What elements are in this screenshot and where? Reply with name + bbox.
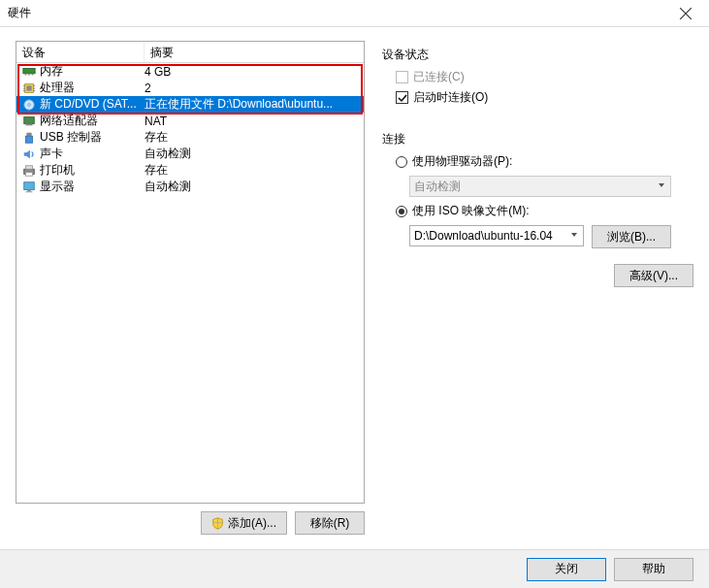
add-button[interactable]: 添加(A)... <box>201 511 287 535</box>
close-icon <box>679 7 693 20</box>
iso-label: 使用 ISO 映像文件(M): <box>412 203 530 219</box>
footer: 关闭 帮助 <box>0 549 709 588</box>
device-name: 新 CD/DVD (SAT... <box>38 96 145 113</box>
titlebar: 硬件 <box>0 0 709 27</box>
device-name: 声卡 <box>38 146 145 162</box>
connect-at-power-checkbox <box>396 91 408 104</box>
device-summary: 正在使用文件 D:\Download\ubuntu... <box>145 96 360 113</box>
sound-icon <box>20 147 38 161</box>
header-summary[interactable]: 摘要 <box>145 42 364 62</box>
table-row[interactable]: USB 控制器存在 <box>16 129 364 146</box>
table-row[interactable]: 新 CD/DVD (SAT...正在使用文件 D:\Download\ubunt… <box>16 96 364 113</box>
table-row[interactable]: 打印机存在 <box>16 162 364 179</box>
right-panel: 设备状态 已连接(C) 启动时连接(O) 连接 使用物理驱动器(P): 自动检测… <box>382 41 693 543</box>
table-body: 内存4 GB处理器2新 CD/DVD (SAT...正在使用文件 D:\Down… <box>16 63 364 195</box>
left-panel: 设备 摘要 内存4 GB处理器2新 CD/DVD (SAT...正在使用文件 D… <box>16 41 365 543</box>
table-row[interactable]: 显示器自动检测 <box>16 179 364 195</box>
device-summary: 存在 <box>145 162 360 179</box>
table-row[interactable]: 网络适配器NAT <box>16 113 364 129</box>
device-name: USB 控制器 <box>38 129 145 146</box>
help-button-label: 帮助 <box>642 561 665 577</box>
connected-label: 已连接(C) <box>413 69 465 85</box>
close-button[interactable] <box>666 1 705 26</box>
help-button[interactable]: 帮助 <box>614 558 693 581</box>
add-button-label: 添加(A)... <box>228 515 276 532</box>
table-row[interactable]: 处理器2 <box>16 80 364 96</box>
connect-at-power-label: 启动时连接(O) <box>413 89 488 106</box>
device-name: 网络适配器 <box>38 113 145 129</box>
device-name: 显示器 <box>38 179 145 195</box>
close-dialog-button[interactable]: 关闭 <box>527 558 606 581</box>
advanced-button-label: 高级(V)... <box>629 268 678 284</box>
physical-drive-combo: 自动检测 <box>409 176 671 197</box>
check-icon <box>398 93 407 103</box>
physical-drive-label: 使用物理驱动器(P): <box>412 153 512 170</box>
device-list-frame: 设备 摘要 内存4 GB处理器2新 CD/DVD (SAT...正在使用文件 D… <box>16 41 365 504</box>
device-name: 内存 <box>38 63 145 80</box>
device-summary: 4 GB <box>145 65 360 79</box>
window-title: 硬件 <box>8 5 666 21</box>
device-summary: 2 <box>145 82 360 95</box>
device-status-label: 设备状态 <box>382 47 693 63</box>
iso-path-value: D:\Download\ubuntu-16.04 <box>414 229 553 243</box>
chevron-down-icon <box>657 180 666 190</box>
table-header: 设备 摘要 <box>16 42 364 63</box>
usb-icon <box>20 131 38 145</box>
iso-path-combo[interactable]: D:\Download\ubuntu-16.04 <box>409 225 584 246</box>
device-name: 打印机 <box>38 162 145 179</box>
advanced-button[interactable]: 高级(V)... <box>614 264 693 287</box>
iso-radio-row[interactable]: 使用 ISO 映像文件(M): <box>396 203 693 219</box>
iso-radio <box>396 206 407 217</box>
close-dialog-label: 关闭 <box>555 561 578 577</box>
device-summary: 自动检测 <box>145 179 360 195</box>
device-summary: 存在 <box>145 129 360 146</box>
physical-drive-value: 自动检测 <box>414 179 461 195</box>
shield-icon <box>211 517 224 530</box>
left-button-row: 添加(A)... 移除(R) <box>16 504 365 535</box>
remove-button[interactable]: 移除(R) <box>295 511 365 535</box>
cpu-icon <box>20 82 38 95</box>
browse-button-label: 浏览(B)... <box>607 229 656 245</box>
header-device[interactable]: 设备 <box>16 42 145 62</box>
main-content: 设备 摘要 内存4 GB处理器2新 CD/DVD (SAT...正在使用文件 D… <box>0 27 709 543</box>
chevron-down-icon <box>569 230 579 240</box>
table-row[interactable]: 内存4 GB <box>16 63 364 80</box>
device-summary: NAT <box>145 114 360 128</box>
browse-button[interactable]: 浏览(B)... <box>592 225 671 248</box>
display-icon <box>20 180 38 194</box>
physical-drive-radio-row[interactable]: 使用物理驱动器(P): <box>396 153 693 170</box>
remove-button-label: 移除(R) <box>310 515 350 532</box>
net-icon <box>20 114 38 128</box>
cd-icon <box>20 98 38 112</box>
printer-icon <box>20 164 38 178</box>
connected-checkbox <box>396 71 408 83</box>
connect-at-power-checkbox-row[interactable]: 启动时连接(O) <box>396 89 693 106</box>
connected-checkbox-row[interactable]: 已连接(C) <box>396 69 693 85</box>
memory-icon <box>20 65 38 79</box>
device-summary: 自动检测 <box>145 146 360 162</box>
connection-label: 连接 <box>382 131 693 147</box>
table-row[interactable]: 声卡自动检测 <box>16 146 364 162</box>
device-name: 处理器 <box>38 80 145 96</box>
physical-drive-radio <box>396 156 407 168</box>
